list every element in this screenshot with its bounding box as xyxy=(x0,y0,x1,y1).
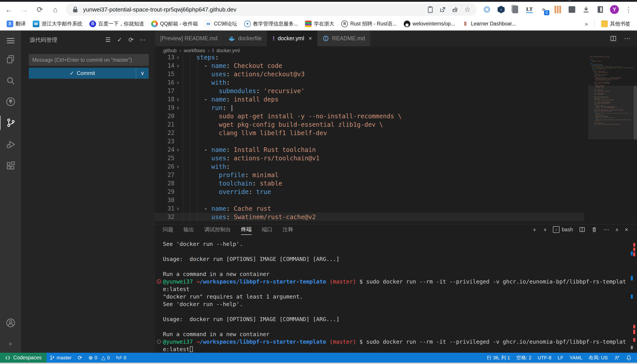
panel-tab-调试控制台[interactable]: 调试控制台 xyxy=(204,224,231,235)
github-icon[interactable] xyxy=(0,95,21,109)
extension-puzzle-icon[interactable] xyxy=(567,5,576,14)
commit-dropdown-icon[interactable]: ∨ xyxy=(136,68,149,79)
commit-message-input[interactable] xyxy=(29,54,149,66)
feedback-icon[interactable] xyxy=(611,355,623,361)
code-line: 28 toolchain: stable xyxy=(155,179,584,188)
account-icon[interactable] xyxy=(0,316,21,330)
new-terminal-icon[interactable]: ＋ xyxy=(532,226,537,234)
languagetool-icon[interactable]: LT xyxy=(525,5,534,14)
side-panel-icon[interactable] xyxy=(596,5,605,14)
bookmarks-overflow-icon[interactable]: » xyxy=(582,20,590,28)
language-mode[interactable]: YAML xyxy=(566,355,585,361)
fold-icon[interactable]: ∨ xyxy=(174,64,181,68)
panel-tab-注释[interactable]: 注释 xyxy=(283,224,293,235)
maximize-panel-icon[interactable]: ∧ xyxy=(615,227,619,232)
terminal-dropdown-icon[interactable]: ∨ xyxy=(544,227,547,232)
terminal-session[interactable]: › bash xyxy=(553,226,573,233)
bookmark-item[interactable]: 翻译 xyxy=(4,20,28,28)
minimap-slider[interactable] xyxy=(588,86,633,139)
editor-more-icon[interactable]: ⋯ xyxy=(624,35,630,42)
tab--preview-readme-md[interactable]: [Preview] README.md xyxy=(155,30,223,46)
panel-tab-输出[interactable]: 输出 xyxy=(183,224,194,235)
clipboard-icon[interactable] xyxy=(426,6,435,13)
fold-icon[interactable]: ∨ xyxy=(174,164,181,169)
cursor-position[interactable]: 行 36, 列 1 xyxy=(484,354,513,361)
breadcrumb-file[interactable]: docker.yml xyxy=(216,48,240,54)
problems-indicator[interactable]: ⊗0 △0 xyxy=(85,355,113,361)
explorer-icon[interactable] xyxy=(0,52,21,66)
menu-icon[interactable] xyxy=(0,34,21,48)
close-icon[interactable]: × xyxy=(308,35,312,42)
more-actions-icon[interactable]: ⋯ xyxy=(137,36,148,43)
terminal[interactable]: See 'docker run --help'.Usage: docker ru… xyxy=(155,238,630,353)
breadcrumb-sub[interactable]: workflows xyxy=(184,48,205,54)
extension-hexagon-icon[interactable]: › xyxy=(497,5,506,14)
reload-icon[interactable]: ⟳ xyxy=(35,5,45,14)
fold-icon[interactable]: ∨ xyxy=(174,55,181,60)
ports-indicator[interactable]: 0 xyxy=(113,355,129,361)
home-icon[interactable]: ⌂ xyxy=(51,5,60,14)
tab-readme-md[interactable]: README.md xyxy=(317,30,371,46)
bookmark-star-icon[interactable]: ☆ xyxy=(463,5,472,14)
source-control-icon[interactable] xyxy=(0,116,21,130)
forward-icon[interactable]: → xyxy=(20,5,29,14)
other-bookmarks[interactable]: 其他书签 xyxy=(598,20,633,28)
bookmark-item[interactable]: Rust 招聘 - Rust语... xyxy=(339,20,399,28)
remote-indicator[interactable]: Codespaces xyxy=(0,353,47,363)
bookmark-item[interactable]: Learner Dashboar... xyxy=(460,20,519,28)
open-in-new-icon[interactable] xyxy=(438,6,447,12)
downloads-icon[interactable] xyxy=(582,5,590,14)
minimap[interactable]: name: Build and publish docker image on:… xyxy=(588,55,633,224)
settings-gear-icon[interactable]: ⚙ xyxy=(0,337,21,351)
extensions-icon[interactable] xyxy=(0,159,21,173)
keyboard-layout[interactable]: 布局: US xyxy=(585,354,611,361)
panel-more-icon[interactable]: ⋯ xyxy=(603,226,609,233)
refresh-icon[interactable]: ⟳ xyxy=(125,36,137,43)
notifications-bell-icon[interactable] xyxy=(623,355,637,361)
breadcrumb[interactable]: .github › workflows › ! docker.yml xyxy=(155,46,637,55)
address-bar[interactable]: yunwei37-potential-space-trout-rpr5qwj66… xyxy=(66,3,477,16)
bookmark-item[interactable]: 百度一下，你就知道 xyxy=(87,20,147,28)
run-debug-icon[interactable] xyxy=(0,137,21,152)
panel-tab-问题[interactable]: 问题 xyxy=(163,224,173,235)
back-icon[interactable]: ← xyxy=(4,5,14,14)
kill-terminal-icon[interactable] xyxy=(591,226,597,233)
branch-indicator[interactable]: master xyxy=(47,355,75,361)
bookmark-item[interactable]: 学在浙大 xyxy=(302,20,337,28)
tab-docker-yml[interactable]: !docker.yml× xyxy=(267,30,317,46)
fold-icon[interactable]: ∨ xyxy=(174,206,181,211)
breadcrumb-dir[interactable]: .github xyxy=(162,48,177,54)
tab-dockerfile[interactable]: dockerfile xyxy=(223,30,267,46)
share-icon[interactable] xyxy=(451,6,460,12)
commit-button[interactable]: ✓ Commit ∨ xyxy=(29,68,149,79)
sync-indicator[interactable]: ⟳ xyxy=(75,355,85,361)
encoding[interactable]: UTF-8 xyxy=(534,355,554,361)
fold-icon[interactable]: ∨ xyxy=(174,148,181,152)
bookmark-item[interactable]: weloveinterns/op... xyxy=(401,20,458,28)
eol[interactable]: LF xyxy=(554,355,566,361)
extension-pencils-icon[interactable] xyxy=(553,5,562,14)
browser-menu-icon[interactable]: ⋮ xyxy=(624,5,633,14)
panel-tab-终端[interactable]: 终端 xyxy=(241,224,252,235)
panel-tab-端口[interactable]: 端口 xyxy=(262,224,272,235)
extension-blue-ring-icon[interactable] xyxy=(483,5,491,14)
search-icon[interactable] xyxy=(0,74,21,88)
close-panel-icon[interactable]: × xyxy=(625,226,628,233)
bookmark-item[interactable]: 浙江大学邮件系统 xyxy=(30,20,85,28)
profile-avatar[interactable]: Y xyxy=(610,5,619,14)
tab-sync-icon[interactable]: ⟳0 xyxy=(539,5,548,14)
view-as-list-icon[interactable]: ☰ xyxy=(102,36,114,43)
bookmark-item[interactable]: CC98论坛 xyxy=(202,20,240,28)
bookmark-item[interactable]: QQ邮箱 - 收件箱 xyxy=(149,20,200,28)
fold-icon[interactable]: ∨ xyxy=(174,106,181,110)
code-editor[interactable]: 13∨ steps:14∨ - name: Checkout code15 us… xyxy=(155,55,637,224)
commit-check-icon[interactable]: ✓ xyxy=(114,36,125,43)
split-editor-icon[interactable] xyxy=(610,35,617,42)
fold-icon[interactable]: ∨ xyxy=(174,97,181,102)
split-terminal-icon[interactable] xyxy=(579,226,585,233)
extension-notes-icon[interactable] xyxy=(511,5,520,14)
bookmark-item[interactable]: 教学管理信息服务... xyxy=(241,20,300,28)
editor-scrollbar[interactable] xyxy=(633,86,637,139)
fold-icon[interactable]: ∨ xyxy=(174,80,181,85)
indentation[interactable]: 空格: 2 xyxy=(513,354,534,361)
